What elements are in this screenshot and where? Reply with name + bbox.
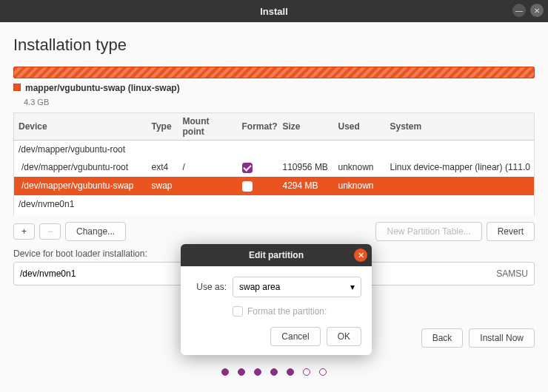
col-format: Format?	[238, 113, 278, 141]
col-mount: Mount point	[178, 113, 238, 141]
dot-4	[270, 368, 278, 376]
remove-partition-button[interactable]: −	[39, 223, 61, 240]
new-partition-table-button[interactable]: New Partition Table...	[375, 222, 481, 241]
dialog-title: Edit partition	[249, 250, 304, 260]
format-partition-checkbox[interactable]	[233, 306, 243, 317]
close-icon[interactable]: ✕	[530, 4, 544, 17]
col-type: Type	[147, 113, 178, 141]
add-partition-button[interactable]: +	[13, 223, 35, 240]
legend-label: mapper/vgubuntu-swap (linux-swap)	[25, 83, 180, 93]
dot-2	[238, 368, 245, 376]
table-row[interactable]: /dev/mapper/vgubuntu-root ext4 / 110956 …	[14, 158, 535, 177]
use-as-value: swap area	[239, 282, 280, 292]
col-used: Used	[334, 113, 386, 141]
bootloader-device: /dev/nvme0n1	[20, 268, 76, 279]
table-row[interactable]: /dev/nvme0n1	[14, 195, 535, 213]
dialog-titlebar: Edit partition ✕	[181, 244, 372, 266]
revert-button[interactable]: Revert	[487, 222, 535, 241]
format-checkbox[interactable]	[238, 158, 278, 177]
legend-color-swap	[13, 84, 21, 91]
legend-size: 4.3 GB	[24, 98, 535, 107]
use-as-select[interactable]: swap area ▾	[233, 277, 361, 297]
back-button[interactable]: Back	[421, 328, 464, 348]
use-as-label: Use as:	[191, 282, 227, 292]
partition-table[interactable]: Device Type Mount point Format? Size Use…	[13, 112, 535, 216]
ok-button[interactable]: OK	[327, 327, 361, 346]
format-checkbox[interactable]	[238, 177, 278, 195]
dot-3	[254, 368, 261, 376]
window-title: Install	[260, 6, 288, 17]
format-checkbox[interactable]	[238, 213, 278, 216]
table-header: Device Type Mount point Format? Size Use…	[14, 113, 535, 141]
table-row[interactable]: free space 1 MB	[14, 213, 535, 216]
col-size: Size	[278, 113, 334, 141]
chevron-down-icon: ▾	[350, 282, 355, 292]
dialog-close-icon[interactable]: ✕	[354, 249, 367, 262]
format-partition-label: Format the partition:	[247, 306, 327, 317]
disk-usage-bar	[13, 67, 535, 78]
change-button[interactable]: Change...	[65, 222, 126, 241]
titlebar: Install — ✕	[0, 0, 548, 22]
page-title: Installation type	[13, 36, 535, 55]
minimize-icon[interactable]: —	[512, 4, 526, 17]
dot-6	[303, 368, 310, 376]
table-row[interactable]: /dev/mapper/vgubuntu-swap swap 4294 MB u…	[14, 177, 535, 195]
dot-7	[319, 368, 327, 376]
dot-5	[287, 368, 294, 376]
bootloader-model: SAMSU	[496, 268, 528, 279]
col-device: Device	[14, 113, 147, 141]
col-system: System	[386, 113, 535, 141]
install-now-button[interactable]: Install Now	[469, 328, 535, 348]
edit-partition-dialog: Edit partition ✕ Use as: swap area ▾ For…	[181, 244, 372, 355]
wizard-progress-dots	[0, 368, 548, 376]
dot-1	[221, 368, 229, 376]
table-row[interactable]: /dev/mapper/vgubuntu-root	[14, 141, 535, 159]
cancel-button[interactable]: Cancel	[270, 327, 320, 346]
partition-legend: mapper/vgubuntu-swap (linux-swap)	[13, 83, 535, 93]
